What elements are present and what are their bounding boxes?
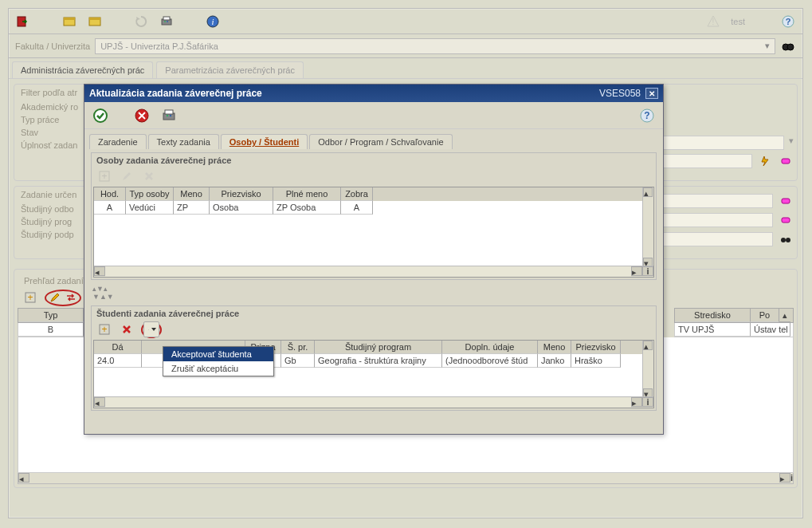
svg-text:?: ? <box>644 110 649 121</box>
university-row: Fakulta / Univerzita UPJŠ - Univerzita P… <box>9 34 802 58</box>
col-priezvisko[interactable]: Priezvisko <box>210 187 273 201</box>
flash-icon[interactable] <box>757 153 773 169</box>
col-priezvisko2[interactable]: Priezvisko <box>571 341 621 354</box>
info-icon-studenti[interactable]: i <box>642 397 653 407</box>
svg-text:i: i <box>211 17 214 26</box>
delete-person-icon <box>141 168 157 184</box>
svg-text:+: + <box>101 324 107 335</box>
eraser-icon-3[interactable] <box>778 212 794 228</box>
tab-param[interactable]: Parametrizácia záverečných prác <box>156 61 304 78</box>
disk2-icon[interactable] <box>87 14 103 30</box>
close-icon[interactable]: ✕ <box>645 88 658 99</box>
delete-student-icon[interactable] <box>119 321 135 337</box>
help-icon-2[interactable]: ? <box>639 108 655 124</box>
info-button-icon[interactable]: i <box>790 473 793 483</box>
dialog-code: VSES058 <box>599 88 641 99</box>
svg-text:+: + <box>27 292 33 303</box>
col-typosoby[interactable]: Typ osoby <box>126 187 174 201</box>
svg-rect-26 <box>165 110 173 114</box>
tab-texty[interactable]: Texty zadania <box>148 134 219 149</box>
dialog-titlebar: Aktualizácia zadania záverečnej práce VS… <box>84 85 663 102</box>
test-label: test <box>731 17 745 26</box>
disk1-icon[interactable] <box>61 14 77 30</box>
university-label: Fakulta / Univerzita <box>15 41 90 51</box>
col-plnemeno[interactable]: Plné meno <box>273 187 341 201</box>
info-icon[interactable]: i <box>205 14 221 30</box>
warning-icon: ! <box>705 14 721 30</box>
bg-cell-po: Ústav tel <box>751 323 790 337</box>
bg-col-po[interactable]: Po <box>751 309 779 322</box>
dialog-toolbar: ? <box>84 102 663 129</box>
svg-rect-16 <box>782 159 790 164</box>
svg-rect-4 <box>89 18 100 20</box>
eraser-icon[interactable] <box>778 153 794 169</box>
osoby-hscroll[interactable]: ◂▸ i <box>94 266 653 277</box>
table-row[interactable]: A Vedúci ZP Osoba ZP Osoba A <box>94 201 653 215</box>
bg-hscrollbar[interactable]: ◂▸ i <box>18 473 794 484</box>
svg-point-8 <box>167 21 168 22</box>
eraser-icon-2[interactable] <box>778 193 794 209</box>
info-icon-osoby[interactable]: i <box>642 266 653 276</box>
bg-col-typ[interactable]: Typ <box>18 309 84 322</box>
osoby-table: Hod. Typ osoby Meno Priezvisko Plné meno… <box>93 187 654 278</box>
col-meno[interactable]: Meno <box>174 187 210 201</box>
col-zobra[interactable]: Zobra <box>341 187 373 201</box>
bg-col-stredisko[interactable]: Stredisko <box>675 309 751 322</box>
chevron-down-icon[interactable]: ▾ <box>765 41 770 51</box>
edit-icon-highlighted[interactable] <box>47 290 63 305</box>
col-dopln[interactable]: Dopln. údaje <box>442 341 538 354</box>
section-osoby: Osoby zadania záverečnej práce + Hod. Ty… <box>91 152 657 280</box>
svg-point-20 <box>786 238 790 242</box>
svg-rect-18 <box>782 218 790 223</box>
print-icon-2[interactable] <box>161 108 177 124</box>
col-hod[interactable]: Hod. <box>94 187 126 201</box>
svg-point-28 <box>170 114 171 116</box>
svg-point-19 <box>781 238 786 242</box>
dialog-title-text: Aktualizácia zadania záverečnej práce <box>89 88 599 99</box>
university-field[interactable]: UPJŠ - Univerzita P.J.Šafárika ▾ <box>95 38 775 54</box>
svg-rect-2 <box>64 18 75 20</box>
exit-icon[interactable] <box>15 14 31 30</box>
binoculars-icon-2[interactable] <box>778 231 794 247</box>
section-osoby-title: Osoby zadania záverečnej práce <box>92 153 656 167</box>
resize-grip[interactable]: ▴▼▴▼▲▼ <box>84 283 663 302</box>
student-action-menu: Akceptovať študenta Zrušiť akceptáciu <box>163 346 274 376</box>
svg-text:!: ! <box>712 18 715 26</box>
svg-text:+: + <box>101 171 107 182</box>
bg-cell-typ: B <box>18 323 84 337</box>
add-student-icon[interactable]: + <box>96 321 112 337</box>
col-meno2[interactable]: Meno <box>538 341 571 354</box>
add-icon[interactable]: + <box>22 290 38 305</box>
col-da[interactable]: Dá <box>94 341 142 354</box>
ok-icon[interactable] <box>92 108 108 124</box>
studenti-hscroll[interactable]: ◂▸ i <box>94 396 653 408</box>
main-tab-strip: Administrácia záverečných prác Parametri… <box>9 58 802 79</box>
svg-text:?: ? <box>786 17 791 26</box>
osoby-vscroll[interactable]: ▴ ▾ <box>642 187 653 267</box>
university-value: UPJŠ - Univerzita P.J.Šafárika <box>100 41 218 51</box>
menu-accept-student[interactable]: Akceptovať študenta <box>163 347 273 361</box>
edit-person-icon <box>119 168 135 184</box>
svg-rect-17 <box>782 199 790 203</box>
student-action-highlight <box>141 321 162 338</box>
col-program[interactable]: Študijný program <box>315 341 442 354</box>
tab-odbor[interactable]: Odbor / Program / Schvaľovanie <box>309 134 452 149</box>
binoculars-icon[interactable] <box>780 38 796 54</box>
menu-cancel-accept[interactable]: Zrušiť akceptáciu <box>163 361 273 376</box>
add-person-icon: + <box>96 168 112 184</box>
dialog-tabs: Zaradenie Texty zadania Osoby / Študenti… <box>84 129 663 149</box>
cancel-icon[interactable] <box>134 108 150 124</box>
dialog-update-thesis: Aktualizácia zadania záverečnej práce VS… <box>84 84 664 435</box>
section-studenti-title: Študenti zadania záverečnej práce <box>92 306 656 321</box>
tab-zaradenie[interactable]: Zaradenie <box>89 134 147 149</box>
student-run-icon[interactable] <box>143 321 159 337</box>
swap-icon[interactable] <box>63 290 79 305</box>
tab-admin[interactable]: Administrácia záverečných prác <box>12 61 153 78</box>
help-icon[interactable]: ? <box>780 14 796 30</box>
tab-osoby[interactable]: Osoby / Študenti <box>221 134 308 149</box>
bg-cell-stredisko: TV UPJŠ <box>675 323 751 337</box>
col-spr[interactable]: Š. pr. <box>281 341 315 354</box>
chevron-down-icon[interactable]: ▾ <box>789 136 794 150</box>
studenti-vscroll[interactable]: ▴ ▾ <box>642 341 653 398</box>
print-icon[interactable] <box>159 14 175 30</box>
